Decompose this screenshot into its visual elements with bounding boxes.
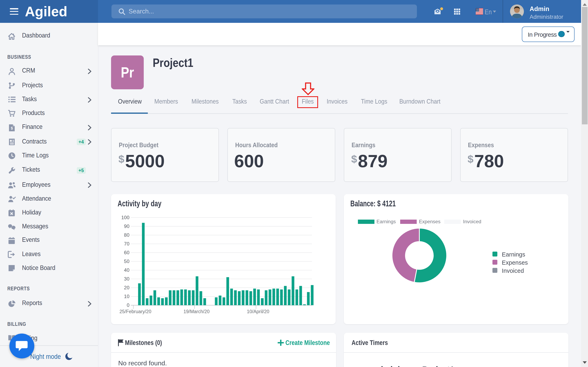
svg-text:90: 90 [124, 223, 130, 229]
svg-text:70: 70 [124, 241, 130, 246]
svg-text:50: 50 [124, 258, 130, 264]
svg-text:$: $ [11, 126, 13, 130]
svg-text:20: 20 [124, 285, 130, 290]
svg-text:0: 0 [127, 302, 130, 308]
svg-text:40: 40 [124, 267, 130, 273]
svg-text:60: 60 [124, 250, 130, 255]
svg-text:80: 80 [124, 232, 130, 238]
svg-text:Expenses: Expenses [419, 218, 440, 224]
svg-text:10/April/20: 10/April/20 [247, 309, 269, 314]
svg-text:Earnings: Earnings [376, 218, 396, 224]
svg-text:100: 100 [121, 215, 130, 220]
svg-text:30: 30 [124, 276, 130, 281]
svg-text:19/March/20: 19/March/20 [183, 309, 210, 314]
svg-text:Invoiced: Invoiced [463, 218, 481, 224]
svg-text:10: 10 [124, 293, 130, 299]
svg-text:25/February/20: 25/February/20 [120, 309, 151, 314]
